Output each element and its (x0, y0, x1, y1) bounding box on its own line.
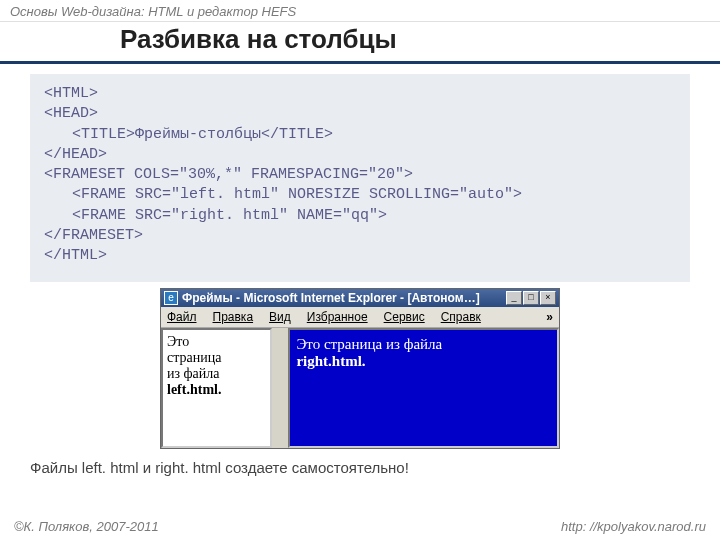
code-line: </HTML> (44, 246, 676, 266)
frame-left: Это страница из файла left.html. (161, 328, 272, 448)
page-title: Разбивка на столбцы (0, 22, 720, 64)
frame-text: right.html. (296, 353, 551, 370)
window-title: Фреймы - Microsoft Internet Explorer - [… (182, 291, 506, 305)
code-line: <FRAMESET COLS="30%,*" FRAMESPACING="20"… (44, 165, 676, 185)
copyright: ©К. Поляков, 2007-2011 (14, 519, 159, 534)
ie-icon: e (164, 291, 178, 305)
menu-file[interactable]: Файл (167, 310, 197, 324)
code-line: </FRAMESET> (44, 226, 676, 246)
minimize-button[interactable]: _ (506, 291, 522, 305)
frame-text: Это (167, 334, 266, 350)
browser-window: e Фреймы - Microsoft Internet Explorer -… (160, 288, 560, 449)
code-line: <FRAME SRC="left. html" NORESIZE SCROLLI… (44, 185, 676, 205)
menu-edit[interactable]: Правка (213, 310, 254, 324)
code-line: <FRAME SRC="right. html" NAME="qq"> (44, 206, 676, 226)
frame-spacing (272, 328, 288, 448)
menu-tools[interactable]: Сервис (384, 310, 425, 324)
page-header: Основы Web-дизайна: HTML и редактор HEFS (0, 0, 720, 22)
menu-help[interactable]: Справк (441, 310, 481, 324)
menu-view[interactable]: Вид (269, 310, 291, 324)
frameset: Это страница из файла left.html. Это стр… (161, 328, 559, 448)
code-line: <HEAD> (44, 104, 676, 124)
code-line: <TITLE>Фреймы-столбцы</TITLE> (44, 125, 676, 145)
menu-bar: Файл Правка Вид Избранное Сервис Справк … (161, 307, 559, 328)
menu-overflow-icon[interactable]: » (546, 310, 553, 324)
menu-favorites[interactable]: Избранное (307, 310, 368, 324)
frame-text: страница (167, 350, 266, 366)
code-line: </HEAD> (44, 145, 676, 165)
frame-text: Это страница из файла (296, 336, 551, 353)
note-text: Файлы left. html и right. html создаете … (0, 449, 720, 476)
footer-url: http: //kpolyakov.narod.ru (561, 519, 706, 534)
code-listing: <HTML> <HEAD> <TITLE>Фреймы-столбцы</TIT… (30, 74, 690, 282)
page-footer: ©К. Поляков, 2007-2011 http: //kpolyakov… (0, 519, 720, 534)
frame-text: left.html. (167, 382, 266, 398)
window-titlebar[interactable]: e Фреймы - Microsoft Internet Explorer -… (161, 289, 559, 307)
code-line: <HTML> (44, 84, 676, 104)
frame-text: из файла (167, 366, 266, 382)
frame-right: Это страница из файла right.html. (288, 328, 559, 448)
maximize-button[interactable]: □ (523, 291, 539, 305)
close-button[interactable]: × (540, 291, 556, 305)
